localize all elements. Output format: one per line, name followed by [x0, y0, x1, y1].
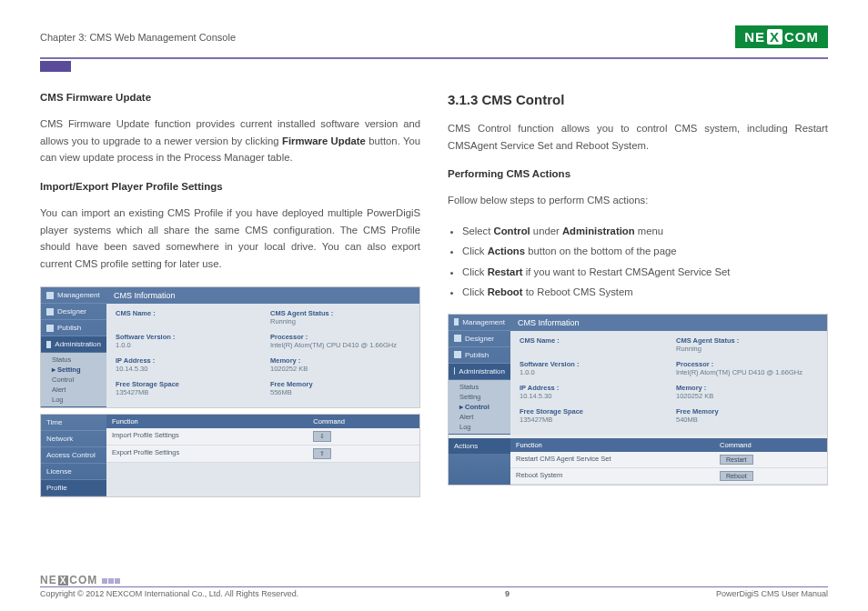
right-column: 3.1.3 CMS Control CMS Control function a…	[448, 92, 828, 497]
sidebar-item: Designer	[449, 331, 510, 347]
sidebar-item: Designer	[41, 304, 106, 320]
table-header: FunctionCommand	[510, 438, 827, 452]
designer-icon	[454, 335, 461, 342]
chapter-title: Chapter 3: CMS Web Management Console	[40, 32, 236, 43]
panel-title: CMS Information	[106, 287, 419, 304]
list-item: Click Restart if you want to Restart CMS…	[462, 265, 828, 281]
cms-control-paragraph: CMS Control function allows you to contr…	[448, 120, 828, 154]
admin-icon	[46, 341, 51, 348]
management-icon	[46, 292, 54, 299]
designer-icon	[46, 308, 54, 316]
sidebar-submenu: StatusSetting▸ ControlAlertLog	[449, 380, 510, 434]
table-row: Restart CMS Agent Service SetRestart	[510, 452, 827, 468]
cms-control-heading: 3.1.3 CMS Control	[448, 92, 828, 107]
sidebar-submenu: Status▸ SettingControlAlertLog	[41, 353, 106, 406]
import-icon: ⇩	[313, 431, 331, 442]
sidebar-item: Publish	[41, 320, 106, 336]
actions-tab: Actions	[449, 438, 510, 455]
table-row: Reboot SystemReboot	[510, 468, 827, 485]
header-rule	[40, 57, 828, 59]
page-number: 9	[505, 589, 510, 598]
steps-list: Select Control under Administration menu…	[448, 224, 828, 301]
publish-icon	[454, 351, 461, 358]
manual-title: PowerDigiS CMS User Manual	[716, 589, 828, 598]
panel-title: CMS Information	[510, 315, 827, 331]
screenshot-cms-info: Management Designer Publish Administrati…	[40, 286, 420, 408]
sidebar-item: Publish	[449, 347, 510, 364]
restart-button: Restart	[720, 455, 753, 465]
table-header: FunctionCommand	[106, 415, 419, 428]
sidebar-item: Time	[41, 415, 106, 431]
sidebar-item-administration: Administration	[41, 336, 106, 353]
header-tab	[40, 61, 71, 72]
firmware-paragraph: CMS Firmware Update function provides cu…	[40, 115, 420, 166]
screenshot-profile: Time Network Access Control License Prof…	[40, 414, 420, 497]
import-export-heading: Import/Export Player Profile Settings	[40, 181, 420, 192]
steps-intro: Follow below steps to perform CMS action…	[448, 192, 828, 209]
table-row: Import Profile Settings⇩	[106, 428, 419, 446]
management-icon	[454, 318, 459, 326]
footer-squares-icon	[102, 578, 120, 584]
nexcom-logo: NEXCOM	[735, 25, 828, 48]
list-item: Select Control under Administration menu	[462, 224, 828, 240]
page-footer: NEXCOM Copyright © 2012 NEXCOM Internati…	[40, 574, 828, 598]
export-icon: ⇧	[313, 448, 331, 459]
performing-actions-heading: Performing CMS Actions	[448, 168, 828, 179]
admin-icon	[454, 367, 455, 375]
cms-firmware-heading: CMS Firmware Update	[40, 92, 420, 103]
sidebar-item: Management	[449, 315, 510, 331]
screenshot-control: Management Designer Publish Administrati…	[448, 314, 828, 486]
publish-icon	[46, 325, 54, 332]
copyright: Copyright © 2012 NEXCOM International Co…	[40, 589, 298, 598]
left-column: CMS Firmware Update CMS Firmware Update …	[40, 92, 420, 497]
sidebar-item: Management	[41, 287, 106, 304]
reboot-button: Reboot	[720, 471, 753, 481]
sidebar-item-administration: Administration	[449, 364, 510, 380]
import-export-paragraph: You can import an existing CMS Profile i…	[40, 205, 420, 273]
list-item: Click Actions button on the bottom of th…	[462, 244, 828, 260]
list-item: Click Reboot to Reboot CMS System	[462, 285, 828, 301]
table-row: Export Profile Settings⇧	[106, 446, 419, 463]
sidebar-item: Network	[41, 431, 106, 447]
sidebar-item: Access Control	[41, 447, 106, 464]
sidebar-item-profile: Profile	[41, 480, 106, 496]
footer-logo: NEXCOM	[40, 574, 828, 586]
sidebar-item: License	[41, 464, 106, 480]
